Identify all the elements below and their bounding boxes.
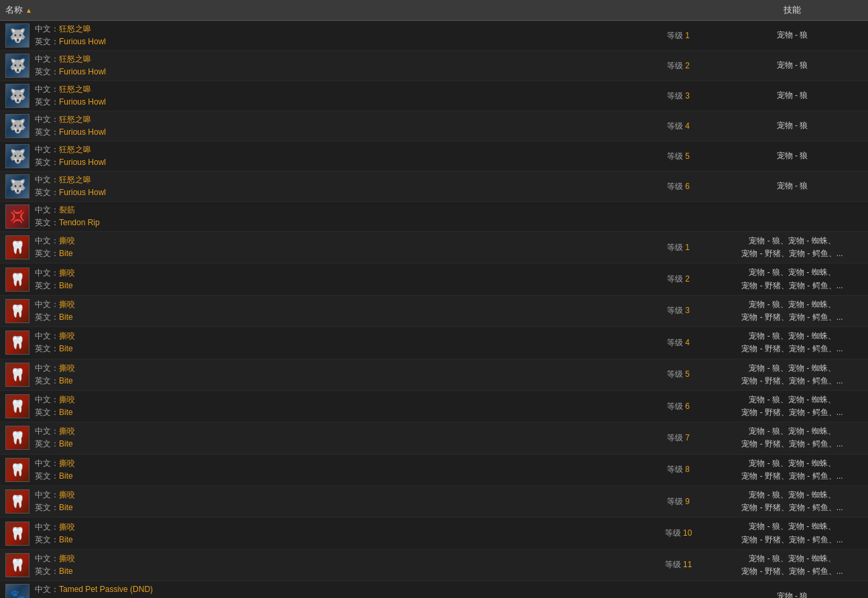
name-zh: 中文：裂筋 <box>35 204 100 216</box>
name-en: 英文：Bite <box>35 534 75 546</box>
skill-text: 宠物 - 狼 <box>777 60 808 70</box>
name-zh: 中文：撕咬 <box>35 363 75 374</box>
wolf-icon <box>6 84 29 107</box>
skill-icon <box>5 394 29 418</box>
bite-icon <box>6 236 29 259</box>
name-text: 中文：撕咬 英文：Bite <box>35 394 75 418</box>
table-row[interactable]: 中文：Tamed Pet Passive (DND) 英文：Tamed Pet … <box>0 581 868 598</box>
skill-icon <box>5 54 29 78</box>
table-row[interactable]: 中文：撕咬 英文：Bite 等级 2 宠物 - 狼、宠物 - 蜘蛛、宠物 - 野… <box>0 263 868 295</box>
name-text: 中文：狂怒之嗥 英文：Furious Howl <box>35 114 106 138</box>
skill-text: 宠物 - 狼、宠物 - 蜘蛛、宠物 - 野猪、宠物 - 鳄鱼、... <box>741 426 843 449</box>
name-text: 中文：撕咬 英文：Bite <box>35 553 75 577</box>
skill-text: 宠物 - 狼、宠物 - 蜘蛛、宠物 - 野猪、宠物 - 鳄鱼、... <box>741 267 843 290</box>
name-zh: 中文：狂怒之嗥 <box>35 84 106 95</box>
skill-text: 宠物 - 狼 <box>777 121 808 130</box>
skill-icon <box>5 23 29 48</box>
row-name-col: 中文：裂筋 英文：Tendon Rip <box>5 204 635 229</box>
row-name-col: 中文：撕咬 英文：Bite <box>5 363 635 387</box>
table-row[interactable]: 中文：裂筋 英文：Tendon Rip <box>0 202 868 232</box>
row-level-col: 等级 3 <box>635 305 722 316</box>
name-text: 中文：裂筋 英文：Tendon Rip <box>35 204 100 229</box>
row-name-col: 中文：狂怒之嗥 英文：Furious Howl <box>5 54 635 78</box>
row-skill-col: 宠物 - 狼 <box>722 180 863 192</box>
bite-icon <box>6 268 29 291</box>
level-label: 等级 <box>667 274 685 284</box>
bite-icon <box>6 459 29 481</box>
level-number: 1 <box>685 31 690 40</box>
name-zh: 中文：狂怒之嗥 <box>35 144 106 156</box>
table-row[interactable]: 中文：狂怒之嗥 英文：Furious Howl 等级 5 宠物 - 狼 <box>0 141 868 172</box>
bite-icon <box>6 331 29 354</box>
table-row[interactable]: 中文：撕咬 英文：Bite 等级 6 宠物 - 狼、宠物 - 蜘蛛、宠物 - 野… <box>0 391 868 422</box>
name-text: 中文：狂怒之嗥 英文：Furious Howl <box>35 23 106 48</box>
level-label: 等级 <box>665 528 683 538</box>
name-zh: 中文：撕咬 <box>35 235 75 247</box>
level-number: 2 <box>685 61 690 70</box>
table-row[interactable]: 中文：狂怒之嗥 英文：Furious Howl 等级 2 宠物 - 狼 <box>0 51 868 81</box>
row-skill-col: 宠物 - 狼、宠物 - 蜘蛛、宠物 - 野猪、宠物 - 鳄鱼、... <box>722 520 863 546</box>
row-name-col: 中文：撕咬 英文：Bite <box>5 394 635 418</box>
table-row[interactable]: 中文：撕咬 英文：Bite 等级 1 宠物 - 狼、宠物 - 蜘蛛、宠物 - 野… <box>0 232 868 263</box>
name-en: 英文：Furious Howl <box>35 97 106 108</box>
row-name-col: 中文：撕咬 英文：Bite <box>5 553 635 577</box>
table-row[interactable]: 中文：撕咬 英文：Bite 等级 8 宠物 - 狼、宠物 - 蜘蛛、宠物 - 野… <box>0 455 868 486</box>
table-row[interactable]: 中文：撕咬 英文：Bite 等级 5 宠物 - 狼、宠物 - 蜘蛛、宠物 - 野… <box>0 359 868 391</box>
table-row[interactable]: 中文：撕咬 英文：Bite 等级 4 宠物 - 狼、宠物 - 蜘蛛、宠物 - 野… <box>0 327 868 359</box>
skill-icon <box>5 174 29 198</box>
name-text: 中文：狂怒之嗥 英文：Furious Howl <box>35 84 106 108</box>
bite-icon <box>6 554 29 577</box>
table-row[interactable]: 中文：撕咬 英文：Bite 等级 10 宠物 - 狼、宠物 - 蜘蛛、宠物 - … <box>0 518 868 549</box>
name-en: 英文：Bite <box>35 312 75 323</box>
row-skill-col: 宠物 - 狼 <box>722 150 863 162</box>
table-row[interactable]: 中文：撕咬 英文：Bite 等级 7 宠物 - 狼、宠物 - 蜘蛛、宠物 - 野… <box>0 422 868 454</box>
name-en: 英文：Bite <box>35 343 75 355</box>
skill-icon <box>5 553 29 577</box>
row-skill-col: 宠物 - 狼、宠物 - 蜘蛛、宠物 - 野猪、宠物 - 鳄鱼、... <box>722 235 863 260</box>
table-row[interactable]: 中文：撕咬 英文：Bite 等级 3 宠物 - 狼、宠物 - 蜘蛛、宠物 - 野… <box>0 296 868 327</box>
name-zh: 中文：撕咬 <box>35 394 75 406</box>
skill-icon <box>5 489 29 514</box>
level-label: 等级 <box>667 369 685 379</box>
wolf-icon <box>6 54 29 77</box>
name-zh: 中文：撕咬 <box>35 522 75 533</box>
row-level-col: 等级 6 <box>635 181 722 192</box>
table-row[interactable]: 中文：狂怒之嗥 英文：Furious Howl 等级 1 宠物 - 狼 <box>0 21 868 51</box>
name-zh: 中文：狂怒之嗥 <box>35 114 106 125</box>
level-label: 等级 <box>667 121 685 131</box>
level-label: 等级 <box>667 61 685 70</box>
row-skill-col: 宠物 - 狼、宠物 - 蜘蛛、宠物 - 野猪、宠物 - 鳄鱼、... <box>722 266 863 292</box>
skill-text: 宠物 - 狼、宠物 - 蜘蛛、宠物 - 野猪、宠物 - 鳄鱼、... <box>741 554 843 576</box>
row-name-col: 中文：狂怒之嗥 英文：Furious Howl <box>5 144 635 168</box>
header-skill-col[interactable]: 技能 <box>722 4 863 16</box>
row-name-col: 中文：撕咬 英文：Bite <box>5 426 635 450</box>
level-number: 3 <box>685 91 690 101</box>
table-body: 中文：狂怒之嗥 英文：Furious Howl 等级 1 宠物 - 狼 中文：狂… <box>0 21 868 598</box>
level-number: 2 <box>685 274 690 284</box>
header-name-col[interactable]: 名称 ▲ <box>5 4 635 16</box>
skill-icon <box>5 144 29 168</box>
table-row[interactable]: 中文：狂怒之嗥 英文：Furious Howl 等级 6 宠物 - 狼 <box>0 172 868 202</box>
skill-text: 宠物 - 狼、宠物 - 蜘蛛、宠物 - 野猪、宠物 - 鳄鱼、... <box>741 395 843 417</box>
name-text: 中文：撕咬 英文：Bite <box>35 426 75 450</box>
level-number: 1 <box>685 243 690 252</box>
skill-icon <box>5 363 29 387</box>
table-row[interactable]: 中文：狂怒之嗥 英文：Furious Howl 等级 4 宠物 - 狼 <box>0 111 868 141</box>
name-zh: 中文：撕咬 <box>35 331 75 342</box>
bite-icon <box>6 395 29 418</box>
name-text: 中文：狂怒之嗥 英文：Furious Howl <box>35 174 106 198</box>
table-row[interactable]: 中文：撕咬 英文：Bite 等级 11 宠物 - 狼、宠物 - 蜘蛛、宠物 - … <box>0 550 868 581</box>
skill-text: 宠物 - 狼、宠物 - 蜘蛛、宠物 - 野猪、宠物 - 鳄鱼、... <box>741 522 843 544</box>
table-row[interactable]: 中文：狂怒之嗥 英文：Furious Howl 等级 3 宠物 - 狼 <box>0 81 868 111</box>
skill-icon <box>5 426 29 450</box>
skill-icon <box>5 204 29 229</box>
table-row[interactable]: 中文：撕咬 英文：Bite 等级 9 宠物 - 狼、宠物 - 蜘蛛、宠物 - 野… <box>0 486 868 518</box>
name-text: 中文：撕咬 英文：Bite <box>35 235 75 259</box>
name-text: 中文：Tamed Pet Passive (DND) 英文：Tamed Pet … <box>35 584 153 598</box>
level-label: 等级 <box>667 306 685 315</box>
row-skill-col: 宠物 - 狼 <box>722 89 863 102</box>
name-en: 英文：Bite <box>35 502 75 514</box>
main-table: 名称 ▲ 技能 中文：狂怒之嗥 英文：Furious Howl 等级 1 宠物 … <box>0 0 868 598</box>
name-zh: 中文：撕咬 <box>35 553 75 564</box>
row-name-col: 中文：撕咬 英文：Bite <box>5 235 635 259</box>
